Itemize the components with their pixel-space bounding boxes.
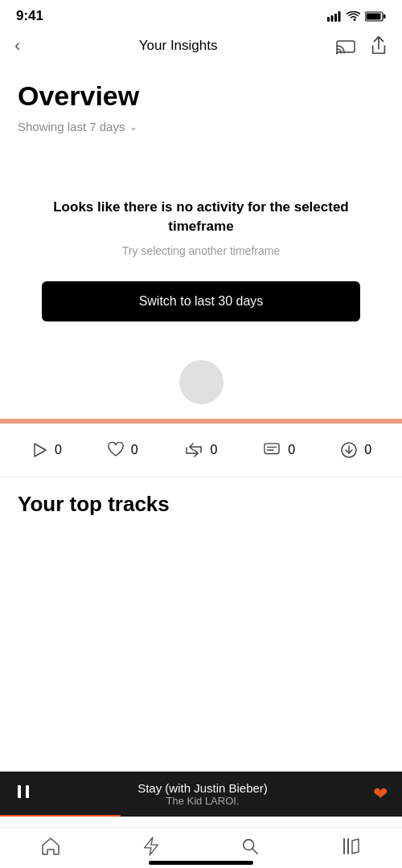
now-playing-bar: Stay (with Justin Bieber) The Kid LAROI.… [0, 772, 402, 817]
stats-row: 0 0 0 0 0 [0, 424, 402, 477]
nav-feed[interactable] [142, 836, 160, 857]
repost-stat: 0 [183, 442, 218, 458]
home-icon [40, 836, 61, 857]
now-playing-artist: The Kid LAROI. [166, 795, 239, 807]
download-stat: 0 [340, 441, 371, 459]
download-icon [340, 441, 358, 459]
svg-rect-6 [384, 14, 386, 18]
svg-rect-0 [327, 17, 330, 22]
main-content: Overview Showing last 7 days ⌄ Looks lik… [0, 66, 402, 404]
play-stat: 0 [31, 441, 62, 459]
nav-search[interactable] [240, 836, 260, 857]
wifi-icon [347, 11, 360, 22]
now-playing-title: Stay (with Justin Bieber) [137, 781, 268, 795]
progress-line [0, 815, 121, 817]
nav-home[interactable] [40, 836, 61, 857]
share-icon[interactable] [370, 36, 388, 55]
top-nav: ‹ Your Insights [0, 29, 402, 66]
empty-subtitle: Try selecting another timeframe [42, 244, 360, 257]
play-count: 0 [55, 443, 62, 457]
nav-actions [336, 36, 388, 55]
svg-rect-1 [331, 15, 334, 22]
period-selector[interactable]: Showing last 7 days ⌄ [18, 120, 384, 133]
comment-count: 0 [288, 443, 295, 457]
heart-stat: 0 [107, 442, 138, 458]
comment-stat: 0 [262, 442, 295, 458]
repost-icon [183, 442, 204, 458]
favorite-button[interactable]: ❤ [373, 784, 388, 805]
svg-marker-17 [144, 837, 158, 855]
svg-rect-2 [334, 14, 337, 22]
now-playing-info: Stay (with Justin Bieber) The Kid LAROI. [32, 781, 373, 807]
cast-icon[interactable] [336, 37, 355, 55]
library-icon [341, 836, 362, 857]
status-time: 9:41 [16, 8, 43, 24]
empty-title: Looks like there is no activity for the … [42, 198, 360, 236]
home-indicator [149, 861, 253, 865]
pause-button[interactable] [14, 783, 32, 805]
empty-state: Looks like there is no activity for the … [18, 133, 384, 346]
nav-title: Your Insights [139, 38, 218, 54]
repost-count: 0 [211, 443, 218, 457]
battery-icon [365, 11, 386, 22]
svg-rect-15 [18, 785, 21, 798]
period-label: Showing last 7 days [18, 120, 125, 133]
status-icons [327, 11, 386, 22]
search-icon [240, 836, 260, 857]
signal-icon [327, 11, 342, 22]
feed-icon [142, 836, 160, 857]
back-button[interactable]: ‹ [14, 35, 20, 56]
svg-marker-9 [35, 444, 46, 457]
heart-count: 0 [131, 443, 138, 457]
overview-title: Overview [18, 80, 384, 112]
chevron-down-icon: ⌄ [129, 121, 137, 133]
svg-rect-10 [265, 443, 279, 453]
comment-icon [262, 442, 281, 458]
svg-line-19 [252, 849, 257, 854]
top-tracks-title: Your top tracks [0, 477, 402, 525]
svg-rect-16 [26, 785, 29, 798]
svg-rect-5 [367, 13, 381, 19]
download-count: 0 [364, 443, 371, 457]
nav-library[interactable] [341, 836, 362, 857]
switch-to-30-days-button[interactable]: Switch to last 30 days [42, 281, 360, 321]
svg-rect-3 [338, 11, 341, 22]
heart-icon [107, 442, 125, 458]
circle-indicator [179, 360, 224, 404]
status-bar: 9:41 [0, 0, 402, 29]
play-icon [31, 441, 48, 459]
